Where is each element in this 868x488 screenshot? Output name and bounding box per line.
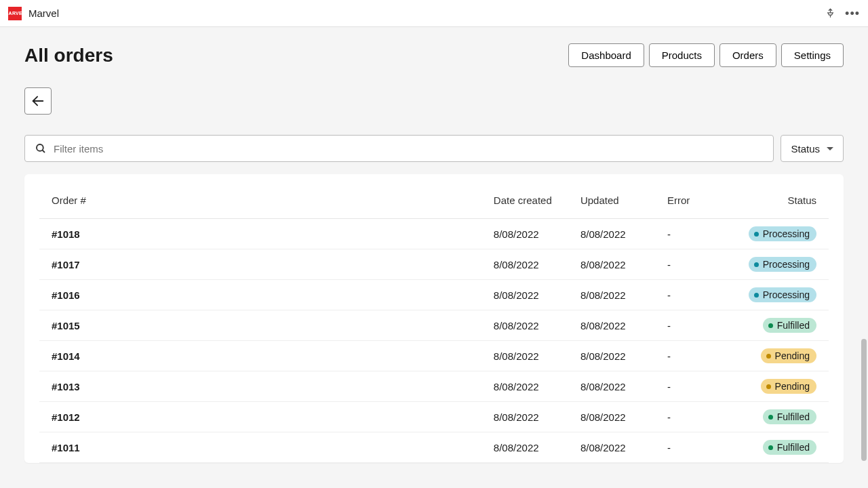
cell-error: - [655, 402, 718, 432]
orders-table-card: Order # Date created Updated Error Statu… [24, 174, 844, 463]
status-dot-icon [768, 415, 773, 420]
cell-created: 8/08/2022 [481, 249, 568, 280]
status-text: Processing [763, 228, 810, 239]
cell-status: Fulfilled [718, 310, 829, 341]
status-dot-icon [766, 384, 771, 389]
svg-point-1 [37, 144, 43, 151]
top-bar-left: MARVEL Marvel [8, 7, 59, 20]
top-bar-right: ••• [825, 7, 860, 20]
cell-status: Pending [718, 371, 829, 402]
search-field[interactable] [24, 135, 774, 162]
status-text: Pending [775, 350, 810, 361]
status-badge: Fulfilled [763, 440, 816, 455]
nav-settings-button[interactable]: Settings [781, 43, 844, 67]
pin-icon[interactable] [825, 8, 835, 18]
cell-error: - [655, 219, 718, 249]
status-filter-label: Status [791, 143, 820, 155]
scrollbar-thumb[interactable] [861, 339, 867, 461]
order-id: #1013 [52, 381, 80, 392]
cell-status: Processing [718, 249, 829, 280]
cell-error: - [655, 280, 718, 310]
status-badge: Processing [749, 257, 816, 272]
status-dot-icon [766, 354, 771, 359]
col-header-created: Date created [481, 188, 568, 219]
status-badge: Pending [761, 348, 816, 363]
order-id: #1018 [52, 228, 80, 240]
search-input[interactable] [47, 143, 764, 155]
svg-line-2 [42, 150, 45, 152]
cell-status: Fulfilled [718, 402, 829, 432]
table-row[interactable]: #10118/08/20228/08/2022-Fulfilled [39, 432, 829, 463]
status-text: Processing [763, 259, 810, 270]
cell-updated: 8/08/2022 [568, 432, 655, 463]
table-row[interactable]: #10158/08/20228/08/2022-Fulfilled [39, 310, 829, 341]
cell-error: - [655, 432, 718, 463]
cell-status: Processing [718, 219, 829, 249]
table-row[interactable]: #10148/08/20228/08/2022-Pending [39, 341, 829, 371]
cell-status: Processing [718, 280, 829, 310]
status-badge: Processing [749, 287, 816, 302]
cell-created: 8/08/2022 [481, 402, 568, 432]
status-dot-icon [754, 262, 759, 267]
cell-created: 8/08/2022 [481, 371, 568, 402]
table-header-row: Order # Date created Updated Error Statu… [39, 188, 829, 219]
status-dot-icon [754, 293, 759, 298]
table-row[interactable]: #10128/08/20228/08/2022-Fulfilled [39, 402, 829, 432]
status-dot-icon [754, 232, 759, 237]
back-button[interactable] [24, 87, 52, 115]
cell-status: Fulfilled [718, 432, 829, 463]
nav-orders-button[interactable]: Orders [719, 43, 776, 67]
cell-error: - [655, 249, 718, 280]
cell-error: - [655, 371, 718, 402]
order-id: #1014 [52, 350, 80, 362]
orders-table: Order # Date created Updated Error Statu… [39, 188, 829, 463]
search-icon [35, 142, 47, 155]
status-text: Fulfilled [777, 320, 810, 331]
cell-error: - [655, 310, 718, 341]
cell-updated: 8/08/2022 [568, 280, 655, 310]
cell-updated: 8/08/2022 [568, 219, 655, 249]
arrow-left-icon [31, 94, 45, 108]
cell-updated: 8/08/2022 [568, 371, 655, 402]
cell-updated: 8/08/2022 [568, 310, 655, 341]
status-text: Processing [763, 289, 810, 300]
status-filter-dropdown[interactable]: Status [781, 135, 844, 162]
cell-created: 8/08/2022 [481, 310, 568, 341]
more-icon[interactable]: ••• [845, 7, 860, 20]
page-title: All orders [24, 45, 113, 66]
app-name: Marvel [28, 7, 59, 19]
table-row[interactable]: #10138/08/20228/08/2022-Pending [39, 371, 829, 402]
order-id: #1016 [52, 289, 80, 301]
cell-created: 8/08/2022 [481, 280, 568, 310]
table-row[interactable]: #10188/08/20228/08/2022-Processing [39, 219, 829, 249]
table-row[interactable]: #10178/08/20228/08/2022-Processing [39, 249, 829, 280]
col-header-updated: Updated [568, 188, 655, 219]
nav-tabs: Dashboard Products Orders Settings [568, 43, 844, 67]
status-text: Fulfilled [777, 411, 810, 422]
cell-status: Pending [718, 341, 829, 371]
col-header-status: Status [718, 188, 829, 219]
col-header-error: Error [655, 188, 718, 219]
top-bar: MARVEL Marvel ••• [0, 0, 868, 27]
cell-updated: 8/08/2022 [568, 341, 655, 371]
order-id: #1015 [52, 320, 80, 331]
status-badge: Pending [761, 379, 816, 394]
status-badge: Fulfilled [763, 318, 816, 333]
content-area: All orders Dashboard Products Orders Set… [0, 27, 868, 463]
chevron-down-icon [827, 147, 833, 150]
order-id: #1017 [52, 259, 80, 270]
nav-dashboard-button[interactable]: Dashboard [568, 43, 644, 67]
status-text: Pending [775, 381, 810, 392]
status-dot-icon [768, 445, 773, 450]
cell-created: 8/08/2022 [481, 219, 568, 249]
cell-created: 8/08/2022 [481, 432, 568, 463]
cell-updated: 8/08/2022 [568, 249, 655, 280]
status-text: Fulfilled [777, 442, 810, 453]
cell-updated: 8/08/2022 [568, 402, 655, 432]
status-badge: Fulfilled [763, 409, 816, 424]
table-row[interactable]: #10168/08/20228/08/2022-Processing [39, 280, 829, 310]
cell-error: - [655, 341, 718, 371]
order-id: #1012 [52, 411, 80, 423]
nav-products-button[interactable]: Products [649, 43, 715, 67]
header-row: All orders Dashboard Products Orders Set… [24, 43, 844, 67]
